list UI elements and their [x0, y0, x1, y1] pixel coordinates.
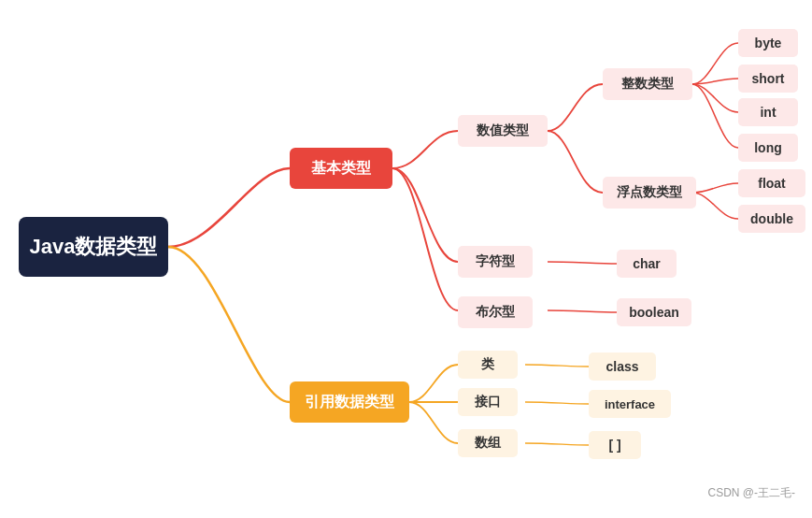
node-double: double [738, 205, 805, 233]
node-long: long [738, 134, 798, 162]
node-boolean: boolean [617, 298, 691, 326]
node-array-sec: 数组 [458, 429, 518, 457]
node-float: float [738, 169, 805, 197]
node-byte: byte [738, 29, 798, 57]
node-int: int [738, 98, 798, 126]
node-basic: 基本类型 [290, 148, 392, 189]
node-char: char [617, 250, 677, 278]
node-array-leaf: [ ] [589, 431, 641, 459]
node-char-type: 字符型 [458, 246, 533, 278]
node-integer: 整数类型 [603, 68, 692, 100]
node-interface-leaf: interface [589, 390, 671, 418]
node-root: Java数据类型 [19, 217, 168, 277]
node-interface-sec: 接口 [458, 388, 518, 416]
node-reference: 引用数据类型 [290, 381, 409, 423]
node-float-type: 浮点数类型 [603, 177, 696, 209]
node-class-leaf: class [589, 353, 656, 381]
node-numeric: 数值类型 [458, 115, 548, 147]
watermark: CSDN @-王二毛- [707, 485, 795, 501]
node-short: short [738, 65, 798, 93]
node-bool-type: 布尔型 [458, 296, 533, 328]
node-class-sec: 类 [458, 351, 518, 379]
mind-map: Java数据类型 基本类型 引用数据类型 数值类型 字符型 布尔型 整数类型 浮… [0, 0, 812, 518]
